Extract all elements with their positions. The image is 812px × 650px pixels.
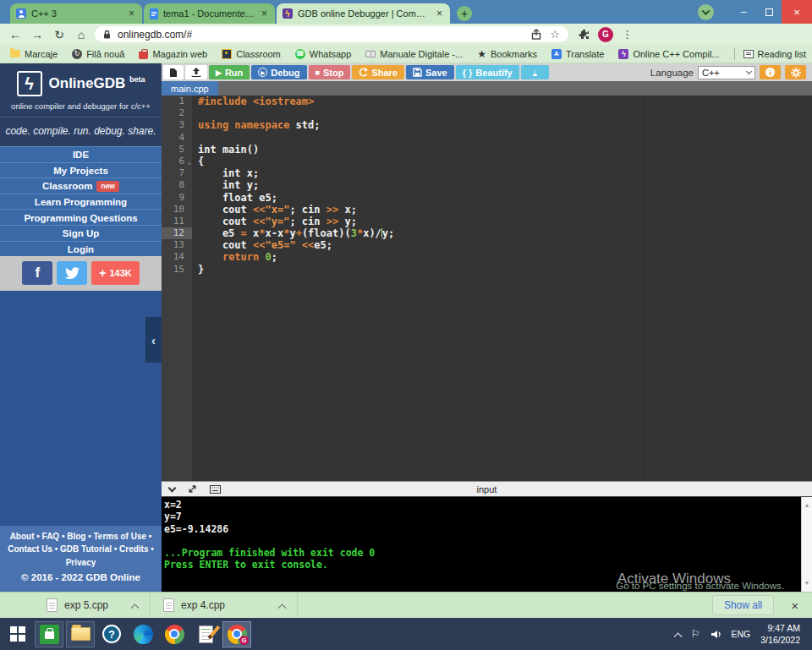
taskbar-help[interactable]: ? [97, 621, 126, 647]
browser-tab-cpp3[interactable]: C++ 3 × [10, 3, 142, 24]
sidebar-item-programming-questions[interactable]: Programming Questions [0, 209, 162, 225]
save-button[interactable]: Save [406, 65, 454, 79]
code-editor[interactable]: 1#include <iostream>23using namespace st… [162, 96, 812, 481]
back-icon[interactable]: ← [7, 29, 24, 41]
settings-button[interactable] [785, 65, 806, 79]
close-button[interactable]: × [782, 0, 812, 24]
tab-close-icon[interactable]: × [127, 8, 136, 19]
language-select[interactable]: C++ [698, 66, 755, 79]
forward-icon[interactable]: → [29, 29, 46, 41]
bookmark-translate[interactable]: ATranslate [551, 49, 604, 59]
chevron-up-icon[interactable] [278, 604, 287, 612]
sidebar-item-my-projects[interactable]: My Projects [0, 162, 162, 178]
home-icon[interactable]: ⌂ [73, 29, 90, 41]
file-tab-main-cpp[interactable]: main.cpp [162, 81, 218, 96]
input-language-indicator[interactable]: ENG [732, 629, 751, 639]
browser-tab-docs[interactable]: tema1 - Documente Google × [144, 3, 275, 24]
bookmark-label: Translate [566, 49, 604, 59]
bookmark-marcaje[interactable]: Marcaje [10, 49, 58, 59]
reading-list-button[interactable]: Reading list [743, 49, 806, 59]
info-button[interactable]: i [760, 65, 781, 79]
code-line[interactable]: 4 [162, 132, 812, 144]
code-line[interactable]: 11 cout <<"y="; cin >> y; [162, 216, 812, 227]
reload-icon[interactable]: ↻ [51, 29, 68, 41]
keyboard-button[interactable] [210, 485, 221, 494]
code-line[interactable]: 5int main() [162, 144, 812, 156]
facebook-button[interactable]: f [22, 261, 52, 285]
code-line[interactable]: 12 e5 = x*x-x*y+(float)(3*x)/y; [162, 227, 812, 239]
tab-close-icon[interactable]: × [260, 8, 269, 19]
code-line[interactable]: 14 return 0; [162, 251, 812, 263]
code-line[interactable]: 7 int x; [162, 167, 812, 179]
code-line[interactable]: 8 int y; [162, 179, 812, 191]
url-text[interactable]: onlinegdb.com/# [118, 29, 524, 41]
download-item-exp4[interactable]: exp 4.cpp [151, 593, 298, 618]
taskbar-chrome[interactable] [160, 621, 189, 647]
new-file-button[interactable] [163, 65, 184, 79]
run-button[interactable]: ▶Run [209, 65, 250, 79]
console-scrollbar[interactable]: ▲ ▼ [801, 497, 812, 592]
sidebar-item-ide[interactable]: IDE [0, 146, 162, 162]
code-line[interactable]: 13 cout <<"e5=" <<e5; [162, 239, 812, 251]
bookmark-magazin-web[interactable]: Magazin web [139, 49, 207, 59]
address-bar[interactable]: onlinegdb.com/# ☆ [95, 26, 568, 42]
hidden-icons-chevron-icon[interactable] [673, 632, 682, 641]
extensions-puzzle-icon[interactable] [579, 29, 590, 40]
sidebar-item-sign-up[interactable]: Sign Up [0, 225, 162, 241]
action-center-flag-icon[interactable]: ⚐ [691, 628, 700, 640]
speaker-icon[interactable] [710, 630, 721, 639]
code-line[interactable]: 15} [162, 264, 812, 276]
bookmark-star-icon[interactable]: ☆ [550, 28, 560, 41]
code-line[interactable]: 6▾{ [162, 156, 812, 167]
sidebar-item-login[interactable]: Login [0, 241, 162, 257]
share-icon[interactable] [531, 29, 541, 40]
collapse-console-button[interactable] [169, 488, 175, 491]
close-downloads-icon[interactable]: × [791, 599, 798, 612]
code-line[interactable]: 3using namespace std; [162, 119, 812, 131]
maximize-button[interactable] [756, 0, 782, 24]
taskbar-wordpad[interactable] [191, 621, 220, 647]
taskbar-file-explorer[interactable] [66, 621, 95, 647]
twitter-button[interactable] [57, 261, 87, 285]
code-line[interactable]: 9 float e5; [162, 192, 812, 204]
bookmark-bookmarks[interactable]: ★Bookmarks [477, 49, 537, 59]
profile-avatar[interactable]: G [598, 27, 613, 42]
taskbar-edge[interactable] [129, 621, 157, 647]
code-line[interactable]: 10 cout <<"x="; cin >> x; [162, 204, 812, 216]
follow-count-button[interactable]: +143K [91, 261, 139, 285]
download-item-exp5[interactable]: exp 5.cpp [0, 593, 151, 618]
browser-menu-icon[interactable]: ⋮ [622, 28, 633, 41]
tab-search-chevron-icon[interactable] [698, 4, 714, 20]
stop-button[interactable]: ■Stop [309, 65, 351, 79]
taskbar-clock[interactable]: 9:47 AM 3/16/2022 [760, 622, 800, 646]
download-button[interactable]: ↓ [521, 65, 549, 79]
show-all-button[interactable]: Show all [712, 595, 774, 615]
expand-console-button[interactable] [188, 484, 197, 494]
sidebar-item-classroom[interactable]: Classroomnew [0, 178, 162, 194]
debug-button[interactable]: ▶Debug [251, 65, 306, 79]
tab-close-icon[interactable]: × [435, 8, 444, 19]
taskbar-chrome-active[interactable]: G [222, 621, 251, 647]
beautify-button[interactable]: { }Beautify [456, 65, 519, 79]
code-line[interactable]: 2 [162, 107, 812, 119]
bookmark-cpp-compiler[interactable]: ϟOnline C++ Compil... [618, 49, 719, 59]
taskbar-store[interactable] [35, 621, 63, 647]
console-output[interactable]: x=2y=7e5=-9.14286 ...Program finished wi… [162, 497, 812, 592]
share-button[interactable]: Share [352, 65, 404, 79]
sidebar-item-learn-programming[interactable]: Learn Programming [0, 194, 162, 210]
chevron-up-icon[interactable] [131, 604, 140, 612]
bookmark-manuale[interactable]: Manuale Digitale -... [365, 49, 463, 59]
footer-links[interactable]: About • FAQ • Blog • Terms of Use • Cont… [7, 530, 155, 570]
browser-tab-gdb[interactable]: ϟ GDB online Debugger | Compile × [277, 3, 450, 24]
scroll-down-icon[interactable]: ▼ [804, 577, 810, 589]
minimize-button[interactable]: – [731, 0, 756, 24]
code-line[interactable]: 1#include <iostream> [162, 96, 812, 107]
scroll-up-icon[interactable]: ▲ [804, 500, 810, 511]
bookmark-fila-noua[interactable]: ↻Filă nouă [72, 49, 124, 59]
start-button[interactable] [3, 621, 32, 647]
bookmark-whatsapp[interactable]: ☎Whatsapp [295, 49, 352, 59]
new-tab-button[interactable]: + [457, 6, 472, 21]
collapse-sidebar-handle[interactable]: ‹ [145, 317, 162, 363]
open-file-button[interactable] [185, 65, 207, 79]
bookmark-classroom[interactable]: Classroom [222, 49, 281, 59]
